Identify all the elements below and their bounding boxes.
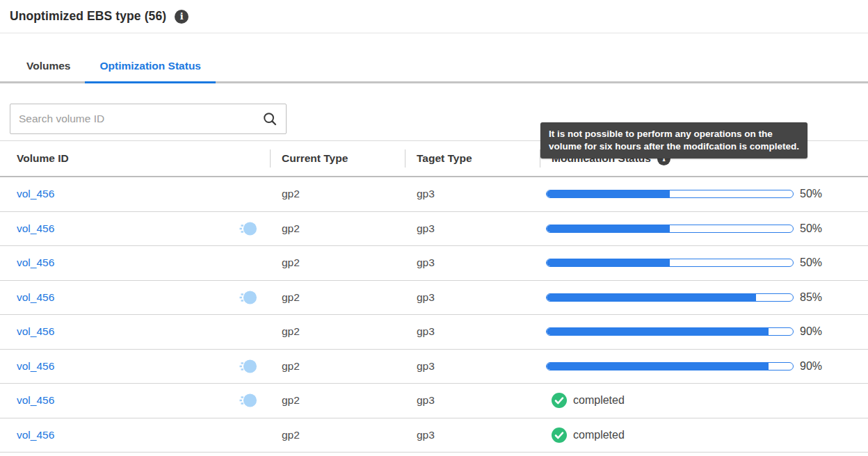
current-type-cell: gp2 — [270, 429, 405, 441]
target-type: gp3 — [417, 429, 435, 441]
volume-link[interactable]: vol_456 — [17, 325, 54, 338]
target-type-cell: gp3 — [405, 360, 540, 373]
completed-label: completed — [573, 429, 625, 441]
progress-fill — [547, 259, 670, 266]
target-type-cell: gp3 — [405, 222, 540, 235]
title-bar: Unoptimized EBS type (56) i — [0, 0, 868, 33]
target-type-cell: gp3 — [405, 325, 540, 338]
current-type: gp2 — [282, 222, 300, 235]
table-row: vol_456 gp2 gp3 50% — [0, 246, 868, 281]
current-type-cell: gp2 — [270, 291, 405, 304]
column-header-volume-id: Volume ID — [0, 152, 270, 165]
check-circle-icon — [552, 393, 567, 408]
tooltip-text: It is not possible to perform any operat… — [549, 129, 799, 152]
search-icon[interactable] — [263, 112, 277, 126]
page-title: Unoptimized EBS type (56) — [10, 9, 166, 24]
current-type: gp2 — [282, 188, 300, 200]
target-type-cell: gp3 — [405, 188, 540, 200]
current-type-cell: gp2 — [270, 222, 405, 235]
target-type: gp3 — [417, 360, 435, 373]
progress-fill — [547, 294, 756, 301]
progress-fill — [547, 328, 769, 335]
table-row: vol_456 gp2 gp3 85% — [0, 281, 868, 316]
target-type: gp3 — [417, 188, 435, 200]
volume-link[interactable]: vol_456 — [17, 222, 54, 235]
progress-fill — [547, 190, 670, 197]
volume-link[interactable]: vol_456 — [17, 394, 54, 407]
column-label: Taget Type — [417, 152, 472, 165]
status-cell: 50% — [540, 256, 868, 269]
current-type-cell: gp2 — [270, 394, 405, 407]
progress-fill — [547, 363, 769, 370]
speed-icon — [238, 357, 257, 376]
search-box — [10, 104, 287, 134]
progress-bar — [546, 259, 794, 267]
volume-link[interactable]: vol_456 — [17, 429, 54, 441]
target-type: gp3 — [417, 325, 435, 338]
target-type-cell: gp3 — [405, 256, 540, 269]
column-label: Volume ID — [17, 152, 69, 165]
tab-bar: Volumes Optimization Status — [0, 60, 868, 83]
progress-percent: 90% — [800, 325, 822, 338]
column-label: Current Type — [282, 152, 348, 165]
volume-id-cell: vol_456 — [0, 184, 270, 204]
target-type-cell: gp3 — [405, 429, 540, 441]
progress-bar — [546, 362, 794, 370]
progress-status: 85% — [546, 291, 822, 304]
progress-fill — [547, 225, 670, 232]
current-type-cell: gp2 — [270, 325, 405, 338]
volume-link[interactable]: vol_456 — [17, 291, 54, 304]
progress-status: 50% — [546, 222, 822, 235]
completed-label: completed — [573, 394, 625, 407]
table-row: vol_456 gp2 gp3 comple — [0, 418, 868, 453]
volume-id-cell: vol_456 — [0, 357, 270, 376]
volume-link[interactable]: vol_456 — [17, 360, 54, 373]
volume-id-cell: vol_456 — [0, 219, 270, 238]
progress-status: 90% — [546, 360, 822, 373]
status-cell: 90% — [540, 325, 868, 338]
tab-volumes[interactable]: Volumes — [12, 60, 85, 83]
progress-bar — [546, 327, 794, 336]
table-row: vol_456 gp2 gp3 90% — [0, 315, 868, 350]
progress-status: 50% — [546, 188, 822, 200]
current-type: gp2 — [282, 256, 300, 269]
progress-percent: 50% — [800, 222, 822, 235]
current-type: gp2 — [282, 325, 300, 338]
table-row: vol_456 gp2 gp3 comple — [0, 384, 868, 418]
search-input[interactable] — [10, 104, 287, 134]
table-row: vol_456 gp2 gp3 50% — [0, 212, 868, 247]
volume-link[interactable]: vol_456 — [17, 188, 54, 200]
status-cell: 50% — [540, 222, 868, 235]
status-cell: 85% — [540, 291, 868, 304]
progress-bar — [546, 293, 794, 302]
volume-link[interactable]: vol_456 — [17, 256, 54, 269]
target-type: gp3 — [417, 222, 435, 235]
title-info-icon[interactable]: i — [175, 10, 188, 24]
volume-id-cell: vol_456 — [0, 322, 270, 341]
table-body: vol_456 gp2 gp3 50% — [0, 177, 868, 453]
target-type: gp3 — [417, 256, 435, 269]
progress-percent: 90% — [800, 360, 822, 373]
column-header-current-type: Current Type — [270, 152, 405, 165]
volume-id-cell: vol_456 — [0, 253, 270, 272]
tab-optimization-status[interactable]: Optimization Status — [85, 60, 216, 83]
volume-id-cell: vol_456 — [0, 425, 270, 445]
speed-icon — [238, 219, 257, 238]
progress-bar — [546, 190, 794, 198]
current-type-cell: gp2 — [270, 188, 405, 200]
status-cell: 90% — [540, 360, 868, 373]
progress-percent: 85% — [800, 291, 822, 304]
volume-id-cell: vol_456 — [0, 288, 270, 307]
current-type-cell: gp2 — [270, 360, 405, 373]
speed-icon — [238, 391, 257, 410]
progress-status: 90% — [546, 325, 822, 338]
current-type: gp2 — [282, 394, 300, 407]
progress-percent: 50% — [800, 188, 822, 200]
tooltip: It is not possible to perform any operat… — [540, 122, 807, 158]
volume-id-cell: vol_456 — [0, 391, 270, 410]
table-row: vol_456 gp2 gp3 90% — [0, 350, 868, 384]
progress-percent: 50% — [800, 256, 822, 269]
completed-status: completed — [552, 393, 625, 408]
unoptimized-ebs-panel: Unoptimized EBS type (56) i Volumes Opti… — [0, 0, 868, 456]
status-cell: completed — [540, 393, 868, 408]
